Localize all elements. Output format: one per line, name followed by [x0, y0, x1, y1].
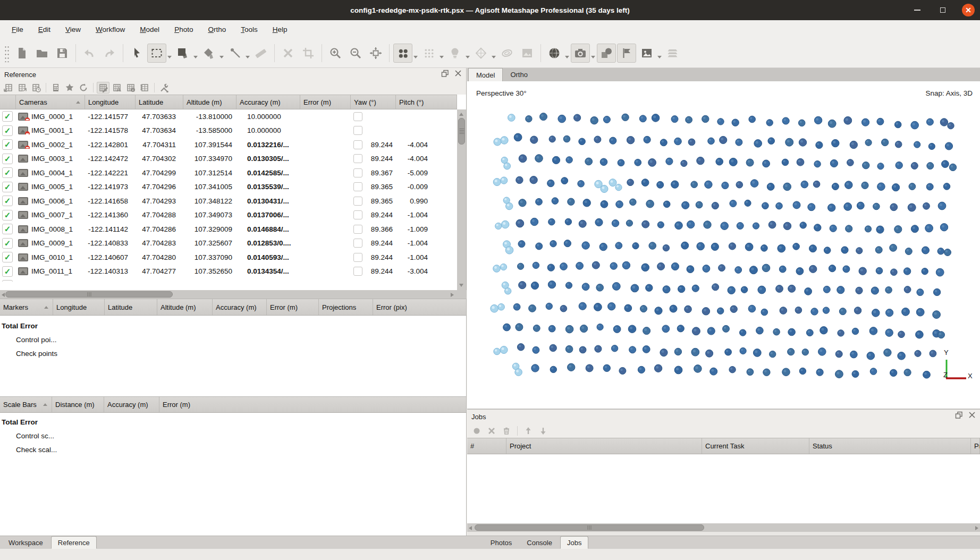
maximize-button[interactable]	[936, 4, 949, 16]
show-cameras-icon[interactable]	[571, 44, 590, 63]
tab-model[interactable]: Model	[468, 68, 503, 81]
grid-variance-icon[interactable]	[138, 82, 151, 94]
close-panel-icon[interactable]	[454, 70, 462, 78]
export-reference-icon[interactable]	[16, 82, 29, 94]
zoom-in-icon[interactable]	[326, 44, 345, 63]
menu-view[interactable]: View	[58, 23, 88, 36]
rotate-object-icon[interactable]	[199, 44, 218, 63]
camera-enabled-checkbox[interactable]: ✓	[2, 224, 13, 234]
move-down-icon[interactable]	[537, 425, 550, 437]
camera-enabled-checkbox[interactable]: ✓	[2, 266, 13, 277]
yaw-checkbox[interactable]	[353, 197, 362, 206]
move-up-icon[interactable]	[522, 425, 535, 437]
camera-enabled-checkbox[interactable]: ✓	[2, 280, 13, 282]
tab-jobs[interactable]: Jobs	[560, 536, 588, 549]
scalebars-header-scale-bars[interactable]: Scale Bars	[0, 397, 52, 412]
menu-workflow[interactable]: Workflow	[88, 23, 132, 36]
close-jobs-panel-icon[interactable]	[968, 411, 976, 419]
camera-row[interactable]: ✓IMG_0005_1-122.14197347.704296107.34100…	[0, 180, 457, 194]
cameras-header-latitude[interactable]: Latitude	[136, 95, 183, 109]
markers-header-accuracy-m-[interactable]: Accuracy (m)	[213, 299, 267, 315]
delete-icon[interactable]	[278, 44, 298, 63]
jobs-header--[interactable]: #	[467, 438, 506, 454]
dropdown-arrow-icon[interactable]	[440, 56, 444, 58]
dropdown-arrow-icon[interactable]	[193, 56, 198, 58]
markers-header-markers[interactable]: Markers	[0, 299, 53, 315]
camera-enabled-checkbox[interactable]: ✓	[2, 210, 13, 220]
undo-icon[interactable]	[80, 44, 99, 63]
crop-icon[interactable]	[299, 44, 318, 63]
menu-file[interactable]: File	[4, 23, 31, 36]
camera-enabled-checkbox[interactable]: ✓	[2, 139, 13, 150]
menu-tools[interactable]: Tools	[233, 23, 265, 36]
markers-header-projections[interactable]: Projections	[319, 299, 373, 315]
camera-enabled-checkbox[interactable]: ✓	[2, 196, 13, 206]
camera-enabled-checkbox[interactable]: ✓	[2, 125, 13, 136]
menu-model[interactable]: Model	[132, 23, 167, 36]
markers-header-latitude[interactable]: Latitude	[105, 299, 157, 315]
open-project-icon[interactable]	[32, 44, 52, 63]
camera-row[interactable]: ✓IMG_0004_1-122.14222147.704299107.31251…	[0, 166, 457, 180]
scalebars-header-error-m-[interactable]: Error (m)	[159, 397, 467, 412]
jobs-horizontal-scrollbar[interactable]	[467, 523, 980, 532]
dense-cloud-icon[interactable]	[419, 44, 438, 63]
dropdown-arrow-icon[interactable]	[219, 56, 224, 58]
import-reference-icon[interactable]	[2, 82, 15, 94]
menu-ortho[interactable]: Ortho	[200, 23, 233, 36]
cameras-header-[interactable]	[0, 95, 16, 109]
yaw-checkbox[interactable]	[353, 225, 362, 234]
cameras-header-yaw-[interactable]: Yaw (°)	[351, 95, 396, 109]
ruler-icon[interactable]	[251, 44, 271, 63]
grid-errors-icon[interactable]	[111, 82, 123, 94]
model-view[interactable]: Perspective 30° Snap: Axis, 3D Y X Z	[467, 81, 980, 409]
dropdown-arrow-icon[interactable]	[246, 56, 250, 58]
shaded-model-icon[interactable]	[445, 44, 464, 63]
save-project-icon[interactable]	[53, 44, 72, 63]
show-images-icon[interactable]	[637, 44, 656, 63]
markers-check-points-row[interactable]: Check points	[0, 346, 466, 360]
float-jobs-panel-icon[interactable]	[955, 411, 963, 419]
cameras-header-cameras[interactable]: Cameras	[16, 95, 85, 109]
camera-row[interactable]: ✓IMG_0003_1-122.14247247.704302107.33497…	[0, 152, 457, 166]
camera-enabled-checkbox[interactable]: ✓	[2, 252, 13, 262]
scalebars-header-distance-m-[interactable]: Distance (m)	[52, 397, 104, 412]
minimize-button[interactable]	[911, 4, 924, 16]
tab-ortho[interactable]: Ortho	[503, 68, 535, 81]
cameras-header-longitude[interactable]: Longitude	[85, 95, 136, 109]
yaw-checkbox[interactable]	[353, 267, 362, 276]
menu-edit[interactable]: Edit	[31, 23, 58, 36]
cameras-header-error-m-[interactable]: Error (m)	[300, 95, 351, 109]
dropdown-arrow-icon[interactable]	[657, 56, 662, 58]
float-panel-icon[interactable]	[441, 70, 449, 78]
tab-reference[interactable]: Reference	[51, 536, 97, 549]
scalebars-check-row[interactable]: Check scal...	[0, 443, 466, 456]
yaw-checkbox[interactable]	[353, 239, 362, 248]
camera-row[interactable]: ✓IMG_0009_1-122.14083347.704283107.32560…	[0, 236, 457, 251]
convert-reference-icon[interactable]	[77, 82, 90, 94]
scalebars-header-accuracy-m-[interactable]: Accuracy (m)	[104, 397, 159, 412]
tab-workspace[interactable]: Workspace	[2, 536, 50, 549]
rectangle-selection-icon[interactable]	[147, 44, 166, 63]
draw-point-icon[interactable]	[225, 44, 244, 63]
close-button[interactable]: ✕	[962, 4, 975, 16]
update-transform-icon[interactable]	[63, 82, 76, 94]
camera-row[interactable]: ✓IMG_0000_1-122.14157747.703633-13.81000…	[0, 109, 457, 124]
yaw-checkbox[interactable]	[353, 168, 362, 177]
select-cursor-icon[interactable]	[127, 44, 146, 63]
tab-photos[interactable]: Photos	[484, 536, 519, 549]
cameras-hscroll-thumb[interactable]	[5, 291, 173, 298]
cancel-job-icon[interactable]	[485, 425, 498, 437]
camera-row[interactable]: ✓	[0, 278, 457, 282]
camera-row[interactable]: ✓IMG_0006_1-122.14165847.704293107.34812…	[0, 194, 457, 208]
remove-job-icon[interactable]	[500, 425, 513, 437]
tab-console[interactable]: Console	[520, 536, 559, 549]
dropdown-arrow-icon[interactable]	[565, 56, 569, 58]
cameras-horizontal-scrollbar[interactable]	[0, 290, 467, 299]
markers-header-altitude-m-[interactable]: Altitude (m)	[157, 299, 213, 315]
optimize-cameras-icon[interactable]	[49, 82, 62, 94]
scalebars-control-row[interactable]: Control sc...	[0, 429, 466, 443]
camera-row[interactable]: ✓IMG_0002_1-122.14280147.704311107.39154…	[0, 138, 457, 152]
jobs-header-progress[interactable]: Progress	[971, 438, 980, 454]
cameras-vertical-scrollbar[interactable]	[457, 109, 466, 290]
yaw-checkbox[interactable]	[353, 112, 362, 121]
